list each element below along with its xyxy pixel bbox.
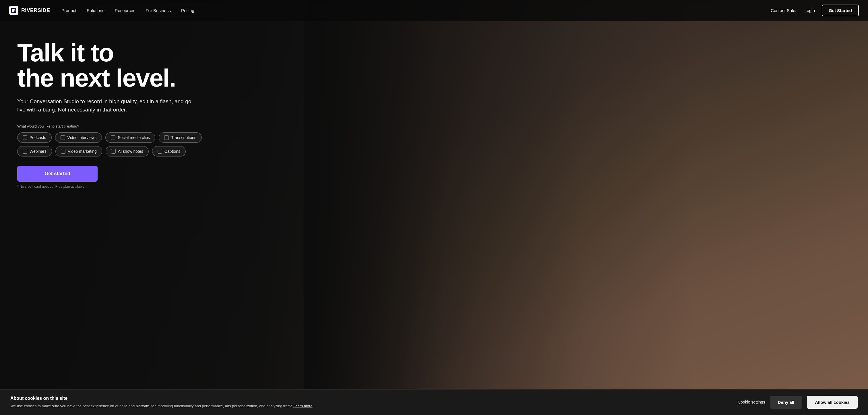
checkbox-row-1: Podcasts Video interviews Social media c… <box>17 132 229 143</box>
cookie-deny-button[interactable]: Deny all <box>770 396 803 409</box>
nav-contact-sales[interactable]: Contact Sales <box>771 8 797 13</box>
nav-resources[interactable]: Resources <box>115 8 135 13</box>
checkbox-video-marketing[interactable]: Video marketing <box>55 146 102 157</box>
checkbox-social-media-clips[interactable]: Social media clips <box>105 132 155 143</box>
hero-subtitle: Your Conversation Studio to record in hi… <box>17 98 195 114</box>
nav-solutions[interactable]: Solutions <box>87 8 104 13</box>
cookie-title: About cookies on this site <box>10 396 731 401</box>
logo-icon <box>9 6 19 15</box>
nav-product[interactable]: Product <box>61 8 76 13</box>
nav-right: Contact Sales Login Get Started <box>771 5 859 16</box>
checkbox-box-video-interviews <box>61 135 65 140</box>
checkbox-box-podcasts <box>23 135 27 140</box>
checkbox-transcriptions[interactable]: Transcriptions <box>159 132 202 143</box>
cookie-actions: Cookie settings Deny all Allow all cooki… <box>738 396 858 409</box>
checkbox-box-social-media <box>111 135 115 140</box>
checkbox-box-video-marketing <box>61 149 65 153</box>
checkbox-captions[interactable]: Captions <box>152 146 186 157</box>
nav-links: Product Solutions Resources For Business… <box>61 8 194 13</box>
checkbox-webinars[interactable]: Webinars <box>17 146 52 157</box>
checkbox-box-webinars <box>23 149 27 153</box>
nav-pricing[interactable]: Pricing <box>181 8 194 13</box>
checkbox-podcasts[interactable]: Podcasts <box>17 132 52 143</box>
hero-question: What would you like to start creating? <box>17 124 229 128</box>
no-credit-card-notice: * No credit card needed. Free plan avail… <box>17 184 229 188</box>
checkbox-box-transcriptions <box>164 135 169 140</box>
cookie-settings-button[interactable]: Cookie settings <box>738 400 765 404</box>
cookie-description: We use cookies to make sure you have the… <box>10 403 731 409</box>
cookie-text: About cookies on this site We use cookie… <box>10 396 731 409</box>
svg-point-1 <box>14 10 16 11</box>
checkbox-group: Podcasts Video interviews Social media c… <box>17 132 229 157</box>
logo[interactable]: RIVERSIDE <box>9 6 50 15</box>
checkbox-ai-show-notes[interactable]: AI show notes <box>105 146 149 157</box>
nav-left: RIVERSIDE Product Solutions Resources Fo… <box>9 6 194 15</box>
cookie-learn-more-link[interactable]: Learn more <box>293 404 312 408</box>
hero-content: Talk it to the next level. Your Conversa… <box>0 0 247 206</box>
hero-section: Talk it to the next level. Your Conversa… <box>0 0 868 415</box>
nav-login[interactable]: Login <box>804 8 815 13</box>
nav-get-started-button[interactable]: Get Started <box>822 5 859 16</box>
checkbox-row-2: Webinars Video marketing AI show notes C… <box>17 146 229 157</box>
cookie-allow-button[interactable]: Allow all cookies <box>807 396 858 409</box>
checkbox-video-interviews[interactable]: Video interviews <box>55 132 102 143</box>
navigation: RIVERSIDE Product Solutions Resources Fo… <box>0 0 868 21</box>
checkbox-box-ai-show-notes <box>111 149 116 153</box>
checkbox-box-captions <box>158 149 162 153</box>
cookie-banner: About cookies on this site We use cookie… <box>0 389 868 415</box>
logo-text: RIVERSIDE <box>21 7 50 13</box>
hero-title: Talk it to the next level. <box>17 40 229 91</box>
hero-get-started-button[interactable]: Get started <box>17 166 98 182</box>
nav-for-business[interactable]: For Business <box>146 8 171 13</box>
